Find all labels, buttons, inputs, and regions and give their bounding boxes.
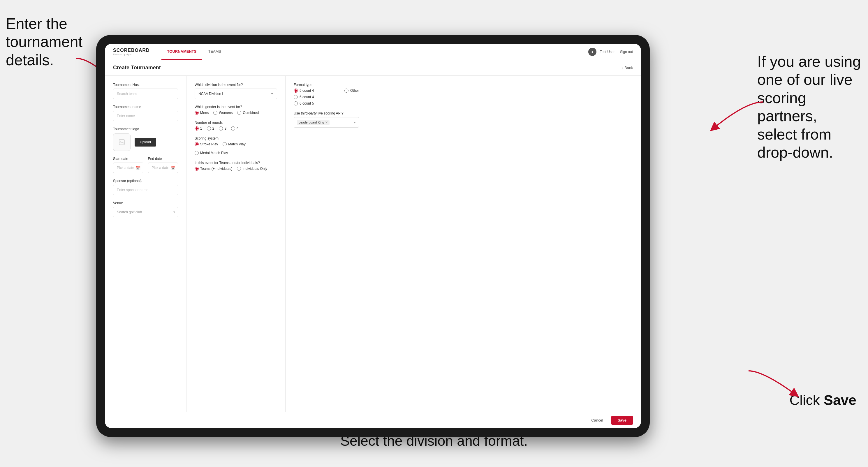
scoring-medal-radio[interactable]	[195, 151, 199, 155]
tournament-name-input[interactable]	[113, 111, 178, 121]
format-other[interactable]: Other	[344, 89, 359, 93]
svg-point-6	[120, 141, 121, 142]
gender-womens[interactable]: Womens	[213, 111, 232, 115]
live-scoring-select[interactable]: Leaderboard King ✕ ▾	[294, 117, 359, 128]
breadcrumb-header: Create Tournament ‹ Back	[105, 60, 641, 76]
tab-tournaments[interactable]: TOURNAMENTS	[161, 44, 203, 60]
venue-group: Venue Search golf club ▾	[113, 201, 178, 217]
round-4[interactable]: 4	[231, 126, 239, 130]
live-scoring-chevron-icon: ▾	[354, 121, 356, 124]
rounds-radio-group: 1 2 3 4	[195, 126, 277, 130]
format-type-group: Format type 5 count 4 Other	[294, 83, 359, 105]
format-row-1: 5 count 4 Other	[294, 89, 359, 93]
host-label: Tournament Host	[113, 83, 178, 87]
format-6count4-radio[interactable]	[294, 95, 298, 99]
image-icon	[118, 139, 125, 146]
event-type-radio-group: Teams (+Individuals) Individuals Only	[195, 167, 277, 171]
gender-womens-radio[interactable]	[213, 111, 217, 115]
format-other-radio[interactable]	[344, 89, 348, 93]
format-5count4[interactable]: 5 count 4	[294, 89, 314, 93]
name-label: Tournament name	[113, 105, 178, 109]
host-search-input[interactable]	[113, 89, 178, 99]
tablet-device: SCOREBOARD Powered by clippi TOURNAMENTS…	[96, 35, 650, 437]
rounds-label: Number of rounds	[195, 121, 277, 125]
user-avatar: ●	[588, 48, 596, 56]
tournament-logo-group: Tournament logo Upload	[113, 127, 178, 151]
format-6count4[interactable]: 6 count 4	[294, 95, 314, 99]
end-date-input[interactable]	[148, 162, 178, 173]
format-type-options: 5 count 4 Other 6 count 4	[294, 89, 359, 105]
navbar: SCOREBOARD Powered by clippi TOURNAMENTS…	[105, 44, 641, 60]
tablet-screen: SCOREBOARD Powered by clippi TOURNAMENTS…	[105, 44, 641, 428]
division-select[interactable]: NCAA Division I	[195, 89, 277, 99]
live-scoring-value: Leaderboard King	[299, 121, 324, 124]
live-scoring-group: Use third-party live scoring API? Leader…	[294, 111, 359, 128]
live-scoring-remove-icon[interactable]: ✕	[325, 121, 328, 124]
event-type-teams-radio[interactable]	[195, 167, 199, 171]
round-4-radio[interactable]	[231, 126, 235, 130]
sign-out-link[interactable]: Sign out	[620, 50, 633, 54]
round-3-radio[interactable]	[219, 126, 223, 130]
navbar-right: ● Test User | Sign out	[588, 48, 633, 56]
brand-subtitle: Powered by clippi	[113, 53, 150, 56]
logo-upload-area: Upload	[113, 133, 178, 151]
gender-radio-group: Mens Womens Combined	[195, 111, 277, 115]
round-3[interactable]: 3	[219, 126, 226, 130]
round-2-radio[interactable]	[207, 126, 211, 130]
scoring-match[interactable]: Match Play	[223, 142, 245, 146]
format-row-3: 6 count 5	[294, 101, 359, 105]
logo-label: Tournament logo	[113, 127, 178, 131]
tab-teams[interactable]: TEAMS	[202, 44, 227, 60]
scoring-stroke[interactable]: Stroke Play	[195, 142, 218, 146]
scoring-medal[interactable]: Medal Match Play	[195, 151, 228, 155]
scoring-label: Scoring system	[195, 136, 277, 141]
cancel-button[interactable]: Cancel	[587, 416, 608, 425]
gender-group: Which gender is the event for? Mens Wome…	[195, 105, 277, 115]
right-column: Format type 5 count 4 Other	[285, 76, 367, 412]
division-label: Which division is the event for?	[195, 83, 277, 87]
event-type-group: Is this event for Teams and/or Individua…	[195, 161, 277, 171]
start-date-label: Start date	[113, 157, 143, 161]
gender-combined-radio[interactable]	[237, 111, 241, 115]
format-5count4-radio[interactable]	[294, 89, 298, 93]
event-type-individuals[interactable]: Individuals Only	[237, 167, 267, 171]
scoring-radio-group: Stroke Play Match Play Medal Match Play	[195, 142, 277, 155]
end-date-label: End date	[148, 157, 178, 161]
page-title: Create Tournament	[113, 65, 161, 71]
start-date-input[interactable]	[113, 162, 143, 173]
gender-combined[interactable]: Combined	[237, 111, 259, 115]
round-2[interactable]: 2	[207, 126, 214, 130]
format-6count5-radio[interactable]	[294, 101, 298, 105]
annotation-live-scoring: If you are usingone of our livescoring p…	[757, 53, 862, 161]
rounds-group: Number of rounds 1 2 3	[195, 121, 277, 130]
gender-mens[interactable]: Mens	[195, 111, 209, 115]
brand-title: SCOREBOARD	[113, 48, 150, 53]
tournament-host-group: Tournament Host	[113, 83, 178, 99]
scoring-group: Scoring system Stroke Play Match Play Me…	[195, 136, 277, 155]
back-link[interactable]: ‹ Back	[622, 66, 633, 70]
event-type-individuals-radio[interactable]	[237, 167, 241, 171]
end-date-group: End date 📅	[148, 157, 178, 173]
upload-button[interactable]: Upload	[135, 138, 156, 147]
tournament-name-group: Tournament name	[113, 105, 178, 121]
live-scoring-tag: Leaderboard King ✕	[297, 120, 330, 125]
event-type-teams[interactable]: Teams (+Individuals)	[195, 167, 232, 171]
annotation-enter-details: Enter the tournament details.	[6, 14, 93, 69]
event-type-label: Is this event for Teams and/or Individua…	[195, 161, 277, 165]
format-type-label: Format type	[294, 83, 359, 87]
sponsor-group: Sponsor (optional)	[113, 179, 178, 195]
dates-group: Start date 📅 End date 📅	[113, 157, 178, 173]
user-name: Test User |	[600, 50, 617, 54]
scoring-stroke-radio[interactable]	[195, 142, 199, 146]
venue-select[interactable]: Search golf club	[113, 207, 178, 217]
format-6count5[interactable]: 6 count 5	[294, 101, 314, 105]
round-1[interactable]: 1	[195, 126, 202, 130]
gender-mens-radio[interactable]	[195, 111, 199, 115]
left-column: Tournament Host Tournament name Tourname…	[105, 76, 186, 412]
venue-select-wrap: Search golf club ▾	[113, 207, 178, 217]
round-1-radio[interactable]	[195, 126, 199, 130]
save-button[interactable]: Save	[611, 416, 633, 425]
svg-rect-5	[119, 139, 124, 145]
scoring-match-radio[interactable]	[223, 142, 227, 146]
sponsor-input[interactable]	[113, 185, 178, 195]
